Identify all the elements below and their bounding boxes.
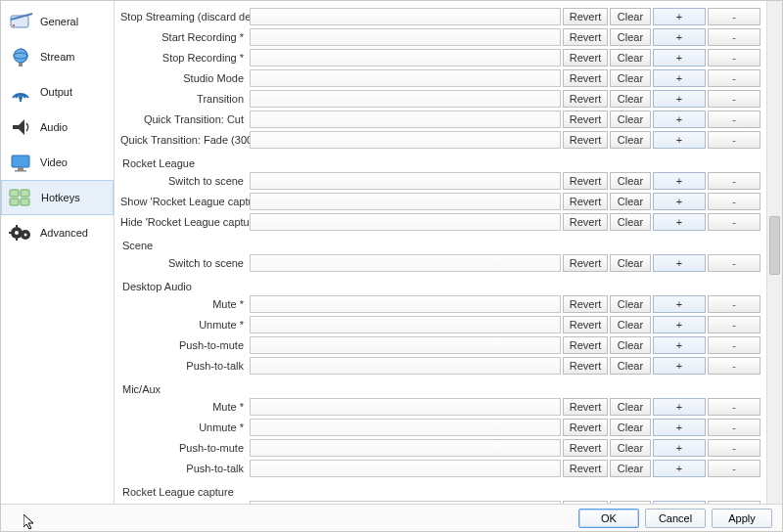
hotkey-input[interactable] (250, 336, 561, 354)
sidebar-item-advanced[interactable]: Advanced (1, 215, 114, 250)
revert-button[interactable]: Revert (563, 460, 608, 477)
hotkey-input[interactable] (250, 439, 561, 457)
revert-button[interactable]: Revert (563, 213, 608, 231)
remove-button[interactable]: - (708, 172, 760, 190)
revert-button[interactable]: Revert (563, 193, 608, 210)
revert-button[interactable]: Revert (563, 131, 608, 149)
add-button[interactable]: + (653, 49, 706, 66)
revert-button[interactable]: Revert (563, 439, 608, 457)
hotkey-input[interactable] (250, 254, 561, 272)
remove-button[interactable]: - (708, 213, 760, 231)
add-button[interactable]: + (653, 254, 706, 272)
remove-button[interactable]: - (708, 8, 760, 25)
remove-button[interactable]: - (708, 357, 760, 375)
hotkey-input[interactable] (250, 316, 561, 333)
hotkey-input[interactable] (250, 357, 561, 375)
add-button[interactable]: + (653, 28, 706, 46)
clear-button[interactable]: Clear (610, 90, 651, 108)
add-button[interactable]: + (653, 316, 706, 333)
revert-button[interactable]: Revert (563, 172, 608, 190)
remove-button[interactable]: - (708, 28, 760, 46)
remove-button[interactable]: - (708, 193, 760, 210)
add-button[interactable]: + (653, 131, 706, 149)
hotkey-input[interactable] (250, 111, 561, 128)
hotkey-input[interactable] (250, 213, 561, 231)
apply-button[interactable]: Apply (712, 509, 772, 528)
sidebar-item-audio[interactable]: Audio (1, 110, 114, 145)
revert-button[interactable]: Revert (563, 295, 608, 313)
revert-button[interactable]: Revert (563, 69, 608, 87)
add-button[interactable]: + (653, 69, 706, 87)
clear-button[interactable]: Clear (610, 316, 651, 333)
clear-button[interactable]: Clear (610, 439, 651, 457)
clear-button[interactable]: Clear (610, 193, 651, 210)
clear-button[interactable]: Clear (610, 213, 651, 231)
hotkey-input[interactable] (250, 8, 561, 25)
add-button[interactable]: + (653, 111, 706, 128)
add-button[interactable]: + (653, 336, 706, 354)
clear-button[interactable]: Clear (610, 254, 651, 272)
sidebar-item-output[interactable]: Output (1, 74, 114, 110)
hotkey-input[interactable] (250, 398, 561, 416)
remove-button[interactable]: - (708, 316, 760, 333)
add-button[interactable]: + (653, 90, 706, 108)
remove-button[interactable]: - (708, 111, 760, 128)
sidebar-item-hotkeys[interactable]: Hotkeys (1, 180, 114, 215)
clear-button[interactable]: Clear (610, 419, 651, 436)
revert-button[interactable]: Revert (563, 90, 608, 108)
sidebar-item-general[interactable]: General (1, 4, 114, 39)
revert-button[interactable]: Revert (563, 111, 608, 128)
remove-button[interactable]: - (708, 398, 760, 416)
remove-button[interactable]: - (708, 254, 760, 272)
add-button[interactable]: + (653, 460, 706, 477)
hotkey-input[interactable] (250, 193, 561, 210)
hotkey-input[interactable] (250, 90, 561, 108)
cancel-button[interactable]: Cancel (645, 509, 706, 528)
remove-button[interactable]: - (708, 439, 760, 457)
add-button[interactable]: + (653, 439, 706, 457)
clear-button[interactable]: Clear (610, 69, 651, 87)
clear-button[interactable]: Clear (610, 172, 651, 190)
revert-button[interactable]: Revert (563, 49, 608, 66)
clear-button[interactable]: Clear (610, 49, 651, 66)
add-button[interactable]: + (653, 295, 706, 313)
sidebar-item-video[interactable]: Video (1, 145, 114, 180)
revert-button[interactable]: Revert (563, 419, 608, 436)
remove-button[interactable]: - (708, 90, 760, 108)
add-button[interactable]: + (653, 172, 706, 190)
revert-button[interactable]: Revert (563, 8, 608, 25)
add-button[interactable]: + (653, 213, 706, 231)
hotkey-input[interactable] (250, 295, 561, 313)
revert-button[interactable]: Revert (563, 254, 608, 272)
clear-button[interactable]: Clear (610, 8, 651, 25)
hotkey-input[interactable] (250, 69, 561, 87)
remove-button[interactable]: - (708, 69, 760, 87)
clear-button[interactable]: Clear (610, 460, 651, 477)
hotkey-input[interactable] (250, 460, 561, 477)
revert-button[interactable]: Revert (563, 336, 608, 354)
revert-button[interactable]: Revert (563, 316, 608, 333)
remove-button[interactable]: - (708, 460, 760, 477)
remove-button[interactable]: - (708, 336, 760, 354)
remove-button[interactable]: - (708, 419, 760, 436)
revert-button[interactable]: Revert (563, 398, 608, 416)
clear-button[interactable]: Clear (610, 131, 651, 149)
clear-button[interactable]: Clear (610, 398, 651, 416)
add-button[interactable]: + (653, 193, 706, 210)
clear-button[interactable]: Clear (610, 295, 651, 313)
ok-button[interactable]: OK (578, 509, 639, 528)
remove-button[interactable]: - (708, 131, 760, 149)
clear-button[interactable]: Clear (610, 28, 651, 46)
hotkey-input[interactable] (250, 419, 561, 436)
remove-button[interactable]: - (708, 49, 760, 66)
scrollbar-thumb[interactable] (769, 216, 780, 275)
add-button[interactable]: + (653, 8, 706, 25)
hotkey-input[interactable] (250, 131, 561, 149)
hotkey-input[interactable] (250, 49, 561, 66)
clear-button[interactable]: Clear (610, 111, 651, 128)
add-button[interactable]: + (653, 357, 706, 375)
clear-button[interactable]: Clear (610, 357, 651, 375)
revert-button[interactable]: Revert (563, 28, 608, 46)
add-button[interactable]: + (653, 398, 706, 416)
remove-button[interactable]: - (708, 295, 760, 313)
